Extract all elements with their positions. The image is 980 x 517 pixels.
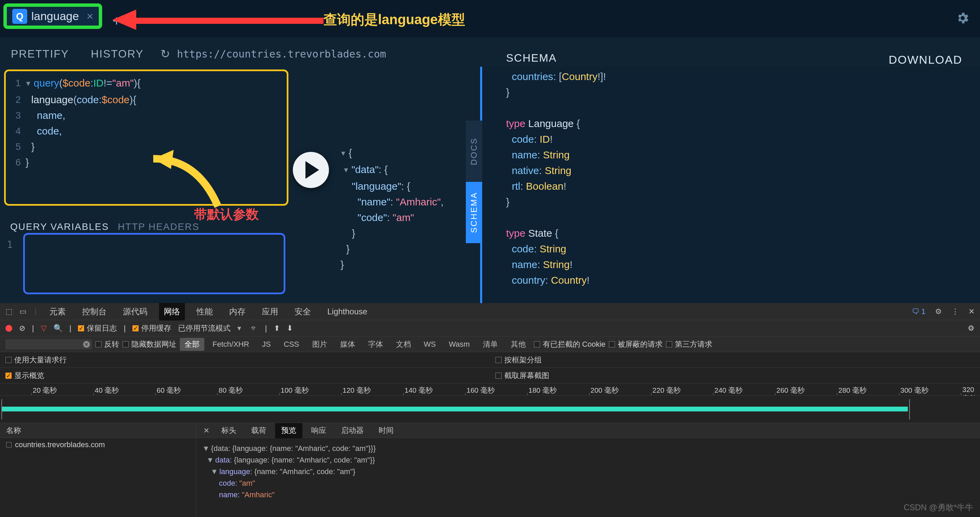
chip-all[interactable]: 全部 bbox=[180, 338, 204, 351]
clear-filter-icon[interactable]: ✕ bbox=[83, 341, 90, 348]
devtools-more-icon[interactable]: ⋮ bbox=[951, 307, 959, 316]
settings-gear-icon[interactable] bbox=[956, 11, 970, 27]
invert-check[interactable]: 反转 bbox=[95, 339, 119, 350]
gutter: 1 bbox=[6, 75, 25, 92]
docs-sidetab[interactable]: DOCS bbox=[466, 121, 482, 182]
file-icon bbox=[6, 442, 11, 447]
blocked-req-check[interactable]: 被屏蔽的请求 bbox=[609, 339, 663, 350]
detail-tab-timing[interactable]: 时间 bbox=[372, 423, 400, 438]
detail-tab-headers[interactable]: 标头 bbox=[215, 423, 242, 438]
tab-title: language bbox=[31, 10, 79, 23]
timeline-ruler[interactable]: 20 毫秒 40 毫秒 60 毫秒 80 毫秒 100 毫秒 120 毫秒 14… bbox=[0, 383, 980, 396]
tab-network[interactable]: 网络 bbox=[159, 303, 185, 320]
chip-font[interactable]: 字体 bbox=[363, 338, 388, 351]
chip-other[interactable]: 其他 bbox=[506, 338, 531, 351]
detail-tab-initiator[interactable]: 启动器 bbox=[335, 423, 370, 438]
devtools-tabs: ⬚ ▭ | 元素 控制台 源代码 网络 性能 内存 应用 安全 Lighthou… bbox=[0, 303, 980, 320]
disable-cache-check[interactable]: 停用缓存 bbox=[132, 323, 171, 333]
variables-gutter: 1 bbox=[7, 239, 13, 250]
request-row[interactable]: countries.trevorblades.com bbox=[0, 438, 196, 452]
chip-js[interactable]: JS bbox=[258, 339, 276, 350]
endpoint-url[interactable]: https://countries.trevorblades.com bbox=[173, 43, 390, 65]
tab-performance[interactable]: 性能 bbox=[192, 303, 218, 320]
download-icon[interactable]: ⬇ bbox=[287, 324, 293, 333]
detail-tab-preview[interactable]: 预览 bbox=[275, 423, 302, 438]
devtools-close-icon[interactable]: ✕ bbox=[969, 307, 975, 316]
big-rows-check[interactable]: 使用大量请求行 bbox=[5, 355, 67, 365]
tab-memory[interactable]: 内存 bbox=[224, 303, 250, 320]
chip-fetch[interactable]: Fetch/XHR bbox=[208, 339, 254, 350]
response-viewer: ▼{ ▼"data": { "language": { "name": "Amh… bbox=[340, 145, 444, 272]
chip-doc[interactable]: 文档 bbox=[391, 338, 416, 351]
throttle-select[interactable]: 已停用节流模式 bbox=[178, 323, 231, 333]
tab-console[interactable]: 控制台 bbox=[77, 303, 111, 320]
chip-media[interactable]: 媒体 bbox=[336, 338, 360, 351]
chip-img[interactable]: 图片 bbox=[307, 338, 332, 351]
tab-lighthouse[interactable]: Lighthouse bbox=[323, 304, 372, 320]
overview-check[interactable]: 显示概览 bbox=[5, 371, 44, 381]
response-preview[interactable]: ▼{data: {language: {name: "Amharic", cod… bbox=[196, 438, 980, 506]
search-icon[interactable]: 🔍 bbox=[54, 324, 63, 333]
tab-security[interactable]: 安全 bbox=[290, 303, 316, 320]
tab-application[interactable]: 应用 bbox=[257, 303, 283, 320]
upload-icon[interactable]: ⬆ bbox=[274, 324, 280, 333]
schema-sidetab[interactable]: SCHEMA bbox=[466, 182, 482, 243]
detail-tab-payload[interactable]: 载荷 bbox=[245, 423, 272, 438]
detail-tab-response[interactable]: 响应 bbox=[305, 423, 332, 438]
annotation-caption-top: 查询的是language模型 bbox=[323, 10, 465, 29]
chip-manifest[interactable]: 清单 bbox=[478, 338, 503, 351]
names-header[interactable]: 名称 bbox=[0, 423, 196, 438]
query-editor[interactable]: 1 ▼query($code:ID!="am"){ 2 language(cod… bbox=[4, 70, 288, 206]
timeline-overview[interactable] bbox=[0, 396, 980, 423]
schema-viewer[interactable]: countries: [Country!]! } type Language {… bbox=[506, 69, 977, 300]
third-party-check[interactable]: 第三方请求 bbox=[666, 339, 712, 350]
screenshot-check[interactable]: 截取屏幕截图 bbox=[495, 371, 549, 381]
wifi-icon[interactable]: ᯤ bbox=[251, 324, 258, 333]
network-filter-input[interactable]: ✕ bbox=[5, 339, 92, 350]
console-message-count[interactable]: 🗨1 bbox=[912, 307, 926, 316]
hide-dataurl-check[interactable]: 隐藏数据网址 bbox=[123, 339, 177, 350]
variables-editor[interactable] bbox=[23, 233, 285, 294]
play-button[interactable] bbox=[293, 152, 329, 188]
close-tab-icon[interactable]: × bbox=[86, 10, 93, 23]
device-icon[interactable]: ▭ bbox=[19, 307, 27, 316]
clear-icon[interactable]: ⊘ bbox=[19, 324, 25, 333]
query-tab[interactable]: Q language × bbox=[3, 3, 102, 29]
schema-title: SCHEMA bbox=[506, 52, 557, 64]
http-headers-tab[interactable]: HTTP HEADERS bbox=[118, 221, 200, 232]
tab-sources[interactable]: 源代码 bbox=[118, 303, 152, 320]
tab-badge-icon: Q bbox=[12, 9, 27, 24]
devtools-settings-icon[interactable]: ⚙ bbox=[935, 307, 942, 316]
annotation-arrow-red bbox=[112, 13, 323, 27]
chip-css[interactable]: CSS bbox=[279, 339, 304, 350]
reload-icon[interactable]: ↻ bbox=[157, 45, 173, 62]
chip-wasm[interactable]: Wasm bbox=[444, 339, 475, 350]
record-button[interactable] bbox=[5, 325, 12, 332]
play-icon bbox=[305, 161, 319, 179]
tab-elements[interactable]: 元素 bbox=[45, 303, 70, 320]
chip-ws[interactable]: WS bbox=[419, 339, 441, 350]
close-detail-icon[interactable]: × bbox=[200, 425, 213, 436]
query-variables-tab[interactable]: QUERY VARIABLES bbox=[10, 221, 109, 232]
devtools-gear-icon[interactable]: ⚙ bbox=[968, 324, 975, 333]
history-button[interactable]: HISTORY bbox=[80, 41, 154, 67]
watermark: CSDN @勇敢*牛牛 bbox=[904, 502, 973, 513]
blocked-cookies-check[interactable]: 有已拦截的 Cookie bbox=[534, 339, 606, 350]
prettify-button[interactable]: PRETTIFY bbox=[0, 41, 80, 67]
filter-icon[interactable]: ▽ bbox=[41, 324, 47, 333]
inspect-icon[interactable]: ⬚ bbox=[5, 307, 13, 316]
group-frame-check[interactable]: 按框架分组 bbox=[495, 355, 542, 365]
fold-icon[interactable]: ▼ bbox=[25, 76, 32, 91]
preserve-log-check[interactable]: 保留日志 bbox=[78, 323, 117, 333]
